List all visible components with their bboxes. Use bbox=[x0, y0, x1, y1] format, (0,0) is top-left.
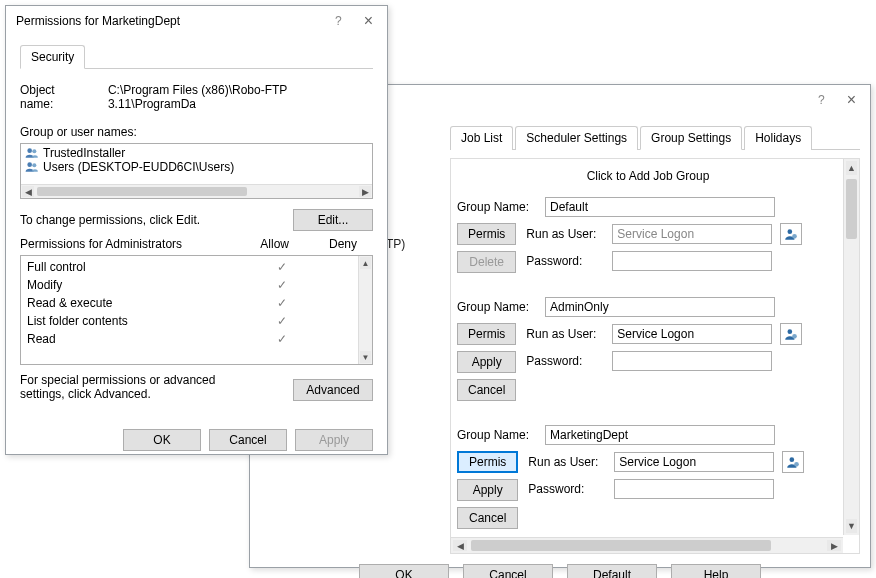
advanced-button[interactable]: Advanced bbox=[293, 379, 373, 401]
group-name-label: Group Name: bbox=[457, 300, 537, 314]
ok-button[interactable]: OK bbox=[359, 564, 449, 578]
principal-name: TrustedInstaller bbox=[43, 146, 125, 160]
perm-name: List folder contents bbox=[27, 314, 128, 328]
run-as-user-input[interactable] bbox=[612, 224, 772, 244]
group-name-input[interactable] bbox=[545, 425, 775, 445]
group-name-input[interactable] bbox=[545, 297, 775, 317]
permissions-tabs: Security bbox=[20, 44, 373, 69]
tab-holidays[interactable]: Holidays bbox=[744, 126, 812, 150]
deny-cell bbox=[341, 296, 344, 310]
vertical-scrollbar[interactable]: ▲ ▼ bbox=[358, 256, 372, 364]
permis-button[interactable]: Permis bbox=[457, 223, 516, 245]
group-name-input[interactable] bbox=[545, 197, 775, 217]
password-input[interactable] bbox=[612, 251, 772, 271]
deny-cell bbox=[341, 260, 344, 274]
check-icon: ✓ bbox=[277, 260, 287, 274]
check-icon: ✓ bbox=[277, 332, 287, 346]
apply-button[interactable]: Apply bbox=[457, 351, 516, 373]
pick-user-button[interactable] bbox=[780, 223, 802, 245]
group-icon bbox=[25, 146, 39, 160]
add-job-group-button[interactable]: Click to Add Job Group bbox=[478, 169, 818, 183]
horizontal-scrollbar[interactable]: ◀ ▶ bbox=[21, 184, 372, 198]
password-label: Password: bbox=[528, 482, 606, 496]
permissions-dialog: Permissions for MarketingDept ? × Securi… bbox=[5, 5, 388, 455]
allow-header: Allow bbox=[260, 237, 289, 251]
perm-name: Read bbox=[27, 332, 56, 346]
permissions-table: Full control ✓ Modify ✓ Read & execute ✓… bbox=[20, 255, 373, 365]
tab-group-settings[interactable]: Group Settings bbox=[640, 126, 742, 150]
svg-point-9 bbox=[32, 163, 36, 167]
run-as-user-label: Run as User: bbox=[526, 327, 604, 341]
list-item[interactable]: Users (DESKTOP-EUDD6CI\Users) bbox=[23, 160, 370, 174]
apply-button: Apply bbox=[295, 429, 373, 451]
permissions-titlebar: Permissions for MarketingDept ? × bbox=[6, 6, 387, 36]
edit-button[interactable]: Edit... bbox=[293, 209, 373, 231]
group-icon bbox=[25, 160, 39, 174]
scroll-right-icon[interactable]: ▶ bbox=[359, 186, 371, 197]
password-label: Password: bbox=[526, 254, 604, 268]
perm-name: Modify bbox=[27, 278, 62, 292]
tab-job-list[interactable]: Job List bbox=[450, 126, 513, 150]
user-icon bbox=[784, 327, 798, 341]
scroll-thumb[interactable] bbox=[37, 187, 247, 196]
special-permissions-hint: For special permissions or advanced sett… bbox=[20, 373, 250, 401]
table-row: Read & execute ✓ bbox=[27, 294, 366, 312]
password-input[interactable] bbox=[612, 351, 772, 371]
list-item[interactable]: TrustedInstaller bbox=[23, 146, 370, 160]
tab-security[interactable]: Security bbox=[20, 45, 85, 69]
principals-list[interactable]: TrustedInstaller Users (DESKTOP-EUDD6CI\… bbox=[20, 143, 373, 199]
check-icon: ✓ bbox=[277, 296, 287, 310]
scroll-right-icon[interactable]: ▶ bbox=[827, 540, 841, 551]
pick-user-button[interactable] bbox=[780, 323, 802, 345]
cancel-button[interactable]: Cancel bbox=[457, 379, 516, 401]
configurator-tabs: Job List Scheduler Settings Group Settin… bbox=[450, 125, 860, 150]
run-as-user-label: Run as User: bbox=[528, 455, 606, 469]
pick-user-button[interactable] bbox=[782, 451, 804, 473]
scroll-up-icon[interactable]: ▲ bbox=[846, 161, 857, 175]
svg-point-5 bbox=[795, 462, 800, 467]
help-icon[interactable]: ? bbox=[810, 89, 833, 111]
help-button[interactable]: Help bbox=[671, 564, 761, 578]
run-as-user-input[interactable] bbox=[612, 324, 772, 344]
horizontal-scrollbar[interactable]: ◀ ▶ bbox=[451, 537, 843, 553]
ok-button[interactable]: OK bbox=[123, 429, 201, 451]
vertical-scrollbar[interactable]: ▲ ▼ bbox=[843, 159, 859, 535]
delete-button: Delete bbox=[457, 251, 516, 273]
cancel-button[interactable]: Cancel bbox=[457, 507, 518, 529]
tab-scheduler-settings[interactable]: Scheduler Settings bbox=[515, 126, 638, 150]
check-icon: ✓ bbox=[277, 314, 287, 328]
table-row: Modify ✓ bbox=[27, 276, 366, 294]
scroll-left-icon[interactable]: ◀ bbox=[453, 540, 467, 551]
close-icon[interactable]: × bbox=[356, 9, 381, 33]
password-label: Password: bbox=[526, 354, 604, 368]
change-permissions-hint: To change permissions, click Edit. bbox=[20, 213, 200, 227]
svg-point-1 bbox=[793, 234, 798, 239]
table-row: List folder contents ✓ bbox=[27, 312, 366, 330]
scroll-thumb[interactable] bbox=[846, 179, 857, 239]
deny-cell bbox=[341, 332, 344, 346]
run-as-user-input[interactable] bbox=[614, 452, 774, 472]
scroll-left-icon[interactable]: ◀ bbox=[22, 186, 34, 197]
permis-button[interactable]: Permis bbox=[457, 323, 516, 345]
scroll-up-icon[interactable]: ▲ bbox=[360, 257, 371, 269]
permissions-title: Permissions for MarketingDept bbox=[16, 14, 180, 28]
perm-name: Read & execute bbox=[27, 296, 112, 310]
cancel-button[interactable]: Cancel bbox=[463, 564, 553, 578]
scroll-thumb[interactable] bbox=[471, 540, 771, 551]
principal-name: Users (DESKTOP-EUDD6CI\Users) bbox=[43, 160, 234, 174]
permis-button[interactable]: Permis bbox=[457, 451, 518, 473]
deny-header: Deny bbox=[329, 237, 357, 251]
cancel-button[interactable]: Cancel bbox=[209, 429, 287, 451]
object-name-label: Object name: bbox=[20, 83, 90, 111]
scroll-down-icon[interactable]: ▼ bbox=[360, 351, 371, 363]
table-row: Full control ✓ bbox=[27, 258, 366, 276]
scroll-down-icon[interactable]: ▼ bbox=[846, 519, 857, 533]
close-icon[interactable]: × bbox=[839, 88, 864, 112]
svg-point-6 bbox=[27, 148, 32, 153]
help-icon[interactable]: ? bbox=[327, 10, 350, 32]
group-form: Group Name: Permis Apply Cancel bbox=[457, 297, 839, 401]
user-icon bbox=[784, 227, 798, 241]
password-input[interactable] bbox=[614, 479, 774, 499]
default-button[interactable]: Default bbox=[567, 564, 657, 578]
apply-button[interactable]: Apply bbox=[457, 479, 518, 501]
